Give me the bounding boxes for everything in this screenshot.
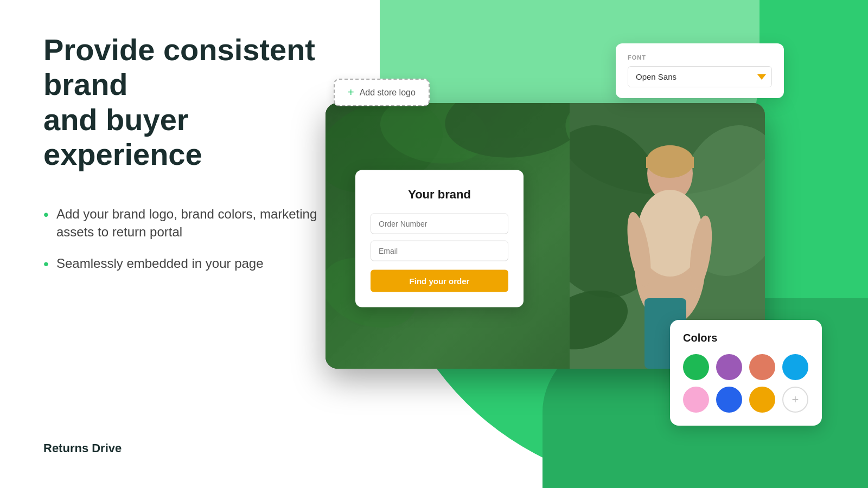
colors-grid: + — [683, 354, 809, 413]
bullet-item-2: Seamlessly embedded in your page — [43, 254, 347, 273]
brand-portal-card: Your brand Find your order — [355, 170, 524, 307]
bullet-list: Add your brand logo, brand colors, marke… — [43, 205, 347, 273]
find-order-button[interactable]: Find your order — [371, 270, 508, 292]
color-swatch-dark-blue[interactable] — [716, 387, 742, 413]
color-swatch-coral[interactable] — [749, 354, 775, 380]
email-input[interactable] — [371, 241, 508, 261]
font-card: FONT Open Sans Roboto Lato Montserrat Po… — [616, 43, 784, 98]
color-swatch-amber[interactable] — [749, 387, 775, 413]
color-swatch-purple[interactable] — [716, 354, 742, 380]
colors-title: Colors — [683, 332, 809, 344]
svg-rect-16 — [646, 157, 694, 168]
left-section: Provide consistent brand and buyer exper… — [43, 33, 347, 285]
color-swatch-pink[interactable] — [683, 387, 709, 413]
plus-icon: + — [348, 86, 354, 99]
order-number-input[interactable] — [371, 214, 508, 234]
font-select-wrapper[interactable]: Open Sans Roboto Lato Montserrat Poppins — [628, 66, 772, 87]
colors-card: Colors + — [670, 320, 822, 426]
add-logo-label: Add store logo — [360, 88, 416, 98]
font-select[interactable]: Open Sans Roboto Lato Montserrat Poppins — [628, 67, 771, 87]
main-heading: Provide consistent brand and buyer exper… — [43, 33, 347, 172]
brand-name: Returns Drive — [43, 441, 122, 455]
add-color-button[interactable]: + — [782, 387, 808, 413]
brand-portal-title: Your brand — [371, 188, 508, 202]
font-card-label: FONT — [628, 54, 772, 61]
color-swatch-blue[interactable] — [782, 354, 808, 380]
bullet-item-1: Add your brand logo, brand colors, marke… — [43, 205, 347, 241]
brand-logo: Returns Drive — [43, 441, 122, 455]
add-logo-button[interactable]: + Add store logo — [334, 79, 430, 106]
color-swatch-green[interactable] — [683, 354, 709, 380]
